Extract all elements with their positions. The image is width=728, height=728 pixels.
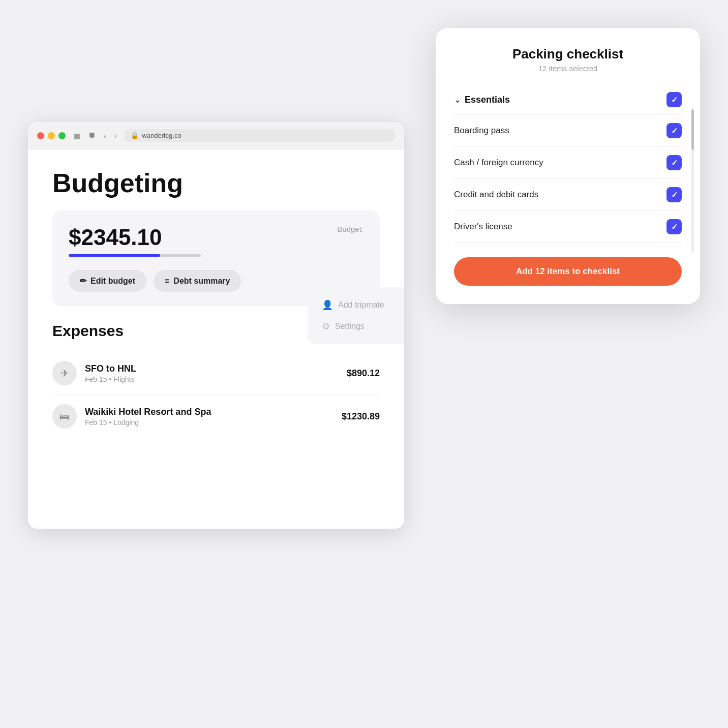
expense-info-flight: SFO to HNL Feb 15 • Flights	[85, 363, 347, 383]
cards-checkbox[interactable]	[666, 187, 682, 202]
side-menu-partial: 👤 Add tripmate ⚙ Settings	[308, 287, 404, 344]
checklist-subtitle: 12 items selected	[454, 64, 682, 73]
checklist-section-header[interactable]: ⌄ Essentials	[454, 85, 682, 115]
browser-window: ▦ ⛊ ‹ › 🔒 wanderlog.co Budgeting $2345.1…	[28, 122, 404, 529]
checklist-item-boarding-pass: Boarding pass	[454, 115, 682, 147]
forward-icon[interactable]: ›	[112, 131, 119, 141]
close-button[interactable]	[37, 132, 44, 139]
chevron-down-icon: ⌄	[454, 95, 461, 105]
budget-bar-fill	[69, 254, 160, 257]
expense-meta-hotel: Feb 15 • Lodging	[85, 418, 342, 427]
checklist-card: Packing checklist 12 items selected ⌄ Es…	[436, 28, 700, 304]
scrollbar-track	[691, 109, 694, 253]
checklist-item-license: Driver's license	[454, 211, 682, 243]
expense-item-hotel: 🛏 Waikiki Hotel Resort and Spa Feb 15 • …	[52, 395, 380, 438]
cash-checkbox[interactable]	[666, 155, 682, 170]
address-bar[interactable]: 🔒 wanderlog.co	[125, 129, 395, 142]
expense-item-flight: ✈ SFO to HNL Feb 15 • Flights $890.12	[52, 352, 380, 395]
browser-icons: ▦ ⛊ ‹ ›	[72, 131, 118, 141]
license-label: Driver's license	[454, 222, 512, 232]
browser-content: Budgeting $2345.10 Budget: ✏ Edit budget…	[28, 149, 404, 463]
expense-amount-hotel: $1230.89	[342, 411, 380, 422]
add-tripmate-item[interactable]: 👤 Add tripmate	[316, 294, 404, 316]
add-tripmate-label: Add tripmate	[338, 300, 384, 310]
scrollbar-thumb[interactable]	[691, 109, 694, 150]
budget-label: Budget:	[337, 225, 363, 233]
back-icon[interactable]: ‹	[102, 131, 108, 141]
checklist-item-cards: Credit and debit cards	[454, 179, 682, 211]
boarding-pass-label: Boarding pass	[454, 126, 509, 136]
expenses-title: Expenses	[52, 322, 124, 340]
page-title: Budgeting	[52, 168, 380, 198]
hotel-icon: 🛏	[52, 404, 77, 429]
add-to-checklist-button[interactable]: Add 12 items to checklist	[454, 257, 682, 286]
traffic-lights	[37, 132, 66, 139]
maximize-button[interactable]	[58, 132, 66, 139]
settings-item[interactable]: ⚙ Settings	[316, 316, 404, 337]
cash-label: Cash / foreign currency	[454, 158, 543, 168]
budget-bar-track	[69, 254, 201, 257]
minimize-button[interactable]	[48, 132, 55, 139]
license-checkbox[interactable]	[666, 219, 682, 234]
pencil-icon: ✏	[80, 276, 86, 286]
expense-info-hotel: Waikiki Hotel Resort and Spa Feb 15 • Lo…	[85, 407, 342, 427]
budget-amount: $2345.10	[69, 225, 201, 250]
checklist-item-cash: Cash / foreign currency	[454, 147, 682, 179]
flight-icon: ✈	[52, 361, 77, 385]
expense-meta-flight: Feb 15 • Flights	[85, 375, 347, 383]
boarding-pass-checkbox[interactable]	[666, 123, 682, 138]
expense-name-hotel: Waikiki Hotel Resort and Spa	[85, 407, 342, 417]
gear-icon: ⚙	[322, 321, 330, 332]
list-icon: ≡	[165, 277, 169, 286]
settings-label: Settings	[335, 322, 365, 331]
address-text: wanderlog.co	[142, 132, 181, 139]
essentials-checkbox[interactable]	[666, 92, 682, 107]
expense-amount-flight: $890.12	[347, 368, 380, 379]
browser-toolbar: ▦ ⛊ ‹ › 🔒 wanderlog.co	[28, 122, 404, 149]
checklist-section-title: ⌄ Essentials	[454, 95, 510, 105]
person-icon: 👤	[322, 299, 333, 311]
debt-summary-button[interactable]: ≡ Debt summary	[154, 270, 241, 292]
cards-label: Credit and debit cards	[454, 190, 538, 200]
expense-name-flight: SFO to HNL	[85, 363, 347, 374]
sidebar-icon[interactable]: ▦	[72, 131, 82, 141]
checklist-title: Packing checklist	[454, 46, 682, 62]
edit-budget-button[interactable]: ✏ Edit budget	[69, 270, 146, 292]
lock-icon: 🔒	[131, 132, 139, 139]
shield-icon[interactable]: ⛊	[86, 131, 98, 141]
